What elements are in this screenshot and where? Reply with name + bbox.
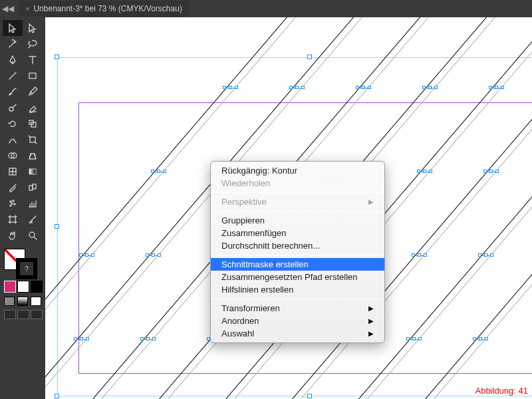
anchor-point[interactable] bbox=[289, 86, 293, 89]
document-tab[interactable]: × Unbenannt-3* bei 73 % (CMYK/Vorschau) bbox=[19, 1, 189, 17]
anchor-point[interactable] bbox=[146, 253, 149, 257]
anchor-point[interactable] bbox=[362, 86, 365, 89]
mesh-icon[interactable] bbox=[3, 164, 23, 180]
bbox-handle[interactable] bbox=[307, 394, 312, 398]
pen-icon[interactable] bbox=[3, 52, 23, 68]
color-mode-solid[interactable] bbox=[4, 297, 15, 306]
rotate-icon[interactable] bbox=[3, 116, 23, 132]
anchor-point[interactable] bbox=[86, 337, 89, 340]
anchor-point[interactable] bbox=[501, 86, 504, 89]
anchor-point[interactable] bbox=[412, 253, 415, 257]
bbox-handle[interactable] bbox=[307, 55, 312, 59]
zoom-icon[interactable] bbox=[23, 227, 43, 243]
draw-normal-icon[interactable] bbox=[4, 310, 16, 319]
swatch-magenta[interactable] bbox=[4, 281, 16, 293]
anchor-point[interactable] bbox=[428, 86, 432, 89]
anchor-point[interactable] bbox=[479, 337, 482, 340]
spray-icon[interactable] bbox=[3, 196, 23, 211]
anchor-point[interactable] bbox=[368, 86, 371, 89]
anchor-point[interactable] bbox=[146, 337, 150, 340]
anchor-point[interactable] bbox=[423, 170, 426, 173]
artboard-icon[interactable] bbox=[3, 211, 23, 227]
rectangle-icon[interactable] bbox=[23, 68, 43, 84]
anchor-point[interactable] bbox=[91, 253, 94, 257]
swatch-white[interactable] bbox=[17, 281, 29, 293]
menu-item[interactable]: Hilfslinien erstellen bbox=[211, 283, 384, 296]
swatches[interactable] bbox=[3, 247, 43, 278]
shape-builder-icon[interactable] bbox=[3, 148, 23, 164]
blend-icon[interactable] bbox=[23, 180, 43, 196]
pencil-icon[interactable] bbox=[23, 84, 43, 100]
anchor-point[interactable] bbox=[418, 337, 422, 340]
anchor-point[interactable] bbox=[429, 170, 432, 173]
direct-selection-icon[interactable] bbox=[23, 20, 43, 36]
anchor-point[interactable] bbox=[157, 170, 160, 173]
scale-icon[interactable] bbox=[23, 116, 43, 132]
anchor-point[interactable] bbox=[85, 253, 88, 257]
gradient-icon[interactable] bbox=[23, 164, 43, 180]
anchor-point[interactable] bbox=[140, 337, 144, 340]
perspective-icon[interactable] bbox=[23, 148, 43, 164]
anchor-point[interactable] bbox=[495, 86, 498, 89]
anchor-point[interactable] bbox=[412, 337, 416, 340]
anchor-point[interactable] bbox=[489, 170, 493, 173]
anchor-point[interactable] bbox=[490, 253, 493, 257]
anchor-point[interactable] bbox=[478, 253, 481, 257]
anchor-point[interactable] bbox=[495, 170, 499, 173]
brush-icon[interactable] bbox=[3, 84, 23, 100]
anchor-point[interactable] bbox=[74, 337, 77, 340]
free-transform-icon[interactable] bbox=[23, 132, 43, 148]
hand-icon[interactable] bbox=[3, 227, 23, 243]
anchor-point[interactable] bbox=[79, 253, 82, 257]
close-icon[interactable]: × bbox=[25, 5, 29, 13]
menu-item[interactable]: Schnittmaske erstellen bbox=[211, 258, 384, 271]
menu-item[interactable]: Rückgängig: Kontur bbox=[211, 164, 384, 177]
anchor-point[interactable] bbox=[80, 337, 83, 340]
anchor-point[interactable] bbox=[158, 253, 161, 257]
line-icon[interactable] bbox=[3, 68, 23, 84]
swatch-black[interactable] bbox=[31, 281, 43, 293]
anchor-point[interactable] bbox=[489, 86, 492, 89]
menu-item[interactable]: Auswahl▶ bbox=[211, 327, 384, 340]
eyedropper-icon[interactable] bbox=[3, 180, 23, 196]
color-mode-none[interactable] bbox=[31, 297, 41, 306]
selection-icon[interactable] bbox=[3, 20, 23, 36]
menu-item[interactable]: Zusammenfügen bbox=[211, 227, 384, 239]
width-icon[interactable] bbox=[3, 132, 23, 148]
bbox-handle[interactable] bbox=[55, 55, 59, 59]
stroke-swatch[interactable] bbox=[16, 258, 37, 279]
eraser-icon[interactable] bbox=[23, 100, 43, 116]
anchor-point[interactable] bbox=[473, 337, 476, 340]
anchor-point[interactable] bbox=[295, 86, 299, 89]
bbox-handle[interactable] bbox=[55, 394, 59, 398]
anchor-point[interactable] bbox=[223, 86, 226, 89]
anchor-point[interactable] bbox=[301, 86, 305, 89]
color-mode-gradient[interactable] bbox=[17, 297, 28, 306]
menu-item[interactable]: Zusammengesetzten Pfad erstellen bbox=[211, 271, 384, 283]
anchor-point[interactable] bbox=[356, 86, 359, 89]
draw-inside-icon[interactable] bbox=[31, 310, 43, 319]
panel-collapse-icon[interactable]: ◀◀ bbox=[0, 0, 16, 17]
anchor-point[interactable] bbox=[163, 170, 166, 173]
menu-item[interactable]: Durchschnitt berechnen... bbox=[211, 239, 384, 252]
anchor-point[interactable] bbox=[229, 86, 232, 89]
lasso-icon[interactable] bbox=[23, 36, 43, 52]
anchor-point[interactable] bbox=[422, 86, 426, 89]
blob-brush-icon[interactable] bbox=[3, 100, 23, 116]
anchor-point[interactable] bbox=[418, 253, 421, 257]
type-icon[interactable] bbox=[23, 52, 43, 68]
menu-item[interactable]: Anordnen▶ bbox=[211, 315, 384, 327]
menu-item[interactable]: Transformieren▶ bbox=[211, 302, 384, 315]
wand-icon[interactable] bbox=[3, 36, 23, 52]
menu-item[interactable]: Gruppieren bbox=[211, 214, 384, 227]
anchor-point[interactable] bbox=[152, 337, 156, 340]
bbox-handle[interactable] bbox=[55, 224, 59, 229]
column-graph-icon[interactable] bbox=[23, 196, 43, 211]
anchor-point[interactable] bbox=[152, 253, 155, 257]
anchor-point[interactable] bbox=[235, 86, 238, 89]
anchor-point[interactable] bbox=[484, 253, 487, 257]
anchor-point[interactable] bbox=[434, 86, 438, 89]
anchor-point[interactable] bbox=[406, 337, 410, 340]
slice-icon[interactable] bbox=[23, 211, 43, 227]
anchor-point[interactable] bbox=[485, 337, 488, 340]
